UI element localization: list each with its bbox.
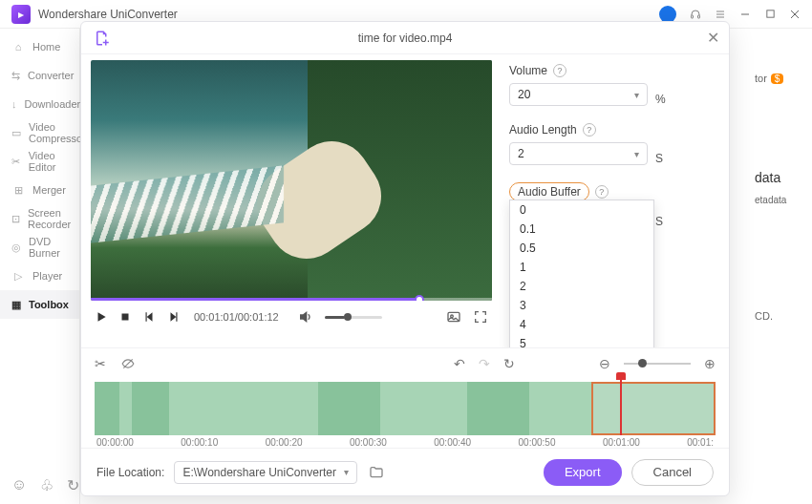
window-close-button[interactable] bbox=[789, 9, 801, 20]
sidebar-item-label: Player bbox=[32, 270, 62, 282]
modal-title: time for video.mp4 bbox=[358, 32, 453, 45]
next-button[interactable] bbox=[167, 310, 181, 324]
playback-time: 00:01:01/00:01:12 bbox=[194, 311, 279, 323]
peek-sub: etadata bbox=[755, 195, 802, 205]
audio-length-select[interactable]: 2▾ bbox=[509, 142, 648, 165]
sidebar-item-label: Downloader bbox=[25, 98, 81, 110]
video-progress[interactable] bbox=[91, 298, 492, 301]
file-location-label: File Location: bbox=[96, 466, 164, 479]
window-minimize-button[interactable] bbox=[739, 9, 751, 20]
merge-icon: ⊞ bbox=[11, 183, 25, 197]
svg-rect-6 bbox=[766, 10, 773, 17]
stop-button[interactable] bbox=[119, 311, 131, 323]
redo-icon[interactable]: ↷ bbox=[479, 356, 490, 371]
timeline-ruler: 00:00:00 00:00:10 00:00:20 00:00:30 00:0… bbox=[95, 437, 716, 448]
file-location-select[interactable]: E:\Wondershare UniConverter ▾ bbox=[174, 461, 357, 484]
refresh-icon[interactable]: ↻ bbox=[67, 476, 79, 494]
window-maximize-button[interactable] bbox=[764, 9, 776, 20]
audio-buffer-unit: S bbox=[655, 215, 663, 228]
open-folder-icon[interactable] bbox=[367, 463, 386, 482]
audio-length-label: Audio Length bbox=[509, 123, 577, 136]
zoom-out-icon[interactable]: ⊖ bbox=[599, 356, 610, 371]
undo-icon[interactable]: ↶ bbox=[454, 356, 465, 371]
sidebar-item-label: Toolbox bbox=[29, 299, 69, 310]
grid-icon: ▦ bbox=[11, 298, 21, 311]
sidebar-item-dvd[interactable]: ◎DVD Burner bbox=[0, 233, 79, 262]
headset-icon[interactable] bbox=[690, 9, 701, 20]
cancel-button[interactable]: Cancel bbox=[631, 459, 714, 486]
menu-icon[interactable] bbox=[715, 9, 726, 20]
help-icon[interactable]: ? bbox=[595, 185, 609, 199]
play-icon: ▷ bbox=[11, 269, 25, 283]
audio-length-unit: S bbox=[655, 152, 663, 165]
add-file-icon[interactable] bbox=[93, 29, 112, 48]
app-logo-icon: ▸ bbox=[11, 5, 31, 24]
dropdown-option[interactable]: 0.1 bbox=[510, 220, 653, 239]
sidebar-item-editor[interactable]: ✂Video Editor bbox=[0, 147, 79, 176]
sidebar-item-label: Screen Recorder bbox=[28, 207, 71, 230]
volume-unit: % bbox=[655, 93, 666, 106]
peek-text: tor bbox=[755, 73, 767, 84]
volume-icon[interactable] bbox=[298, 309, 313, 325]
video-preview[interactable] bbox=[91, 60, 492, 301]
dropdown-option[interactable]: 0 bbox=[510, 200, 653, 220]
background-panel: tor$ data etadata CD. bbox=[745, 63, 812, 331]
prev-button[interactable] bbox=[142, 310, 156, 324]
sidebar-item-label: Home bbox=[32, 41, 60, 52]
volume-slider[interactable] bbox=[325, 316, 382, 319]
peek-cd: CD. bbox=[755, 310, 802, 322]
volume-label: Volume bbox=[509, 64, 547, 77]
timeline[interactable] bbox=[95, 382, 716, 435]
modal-footer: File Location: E:\Wondershare UniConvert… bbox=[81, 448, 729, 495]
svg-rect-1 bbox=[698, 15, 700, 18]
sidebar-item-label: Converter bbox=[28, 70, 74, 81]
sidebar-item-home[interactable]: ⌂Home bbox=[0, 32, 79, 61]
export-button[interactable]: Export bbox=[544, 459, 622, 486]
sidebar-item-downloader[interactable]: ↓Downloader bbox=[0, 90, 79, 118]
sidebar: ⌂Home ⇆Converter ↓Downloader ▭Video Comp… bbox=[0, 29, 80, 504]
sidebar-item-player[interactable]: ▷Player bbox=[0, 262, 79, 290]
editor-modal: time for video.mp4 ✕ 00:01:01/00:01:12 bbox=[80, 21, 730, 496]
sidebar-item-label: Video Compressor bbox=[29, 121, 86, 144]
home-icon: ⌂ bbox=[11, 40, 25, 53]
sidebar-item-label: Merger bbox=[32, 184, 66, 196]
dropdown-option[interactable]: 3 bbox=[510, 296, 653, 315]
timeline-tools: ✂ ↶ ↷ ↻ ⊖ ⊕ bbox=[81, 347, 729, 378]
dropdown-option[interactable]: 5 bbox=[510, 334, 653, 347]
timeline-selection[interactable] bbox=[591, 382, 716, 435]
zoom-in-icon[interactable]: ⊕ bbox=[704, 356, 716, 371]
help-icon[interactable]: ? bbox=[553, 64, 566, 77]
dropdown-option[interactable]: 0.5 bbox=[510, 239, 653, 258]
modal-header: time for video.mp4 ✕ bbox=[81, 22, 729, 54]
dollar-badge: $ bbox=[771, 74, 784, 84]
dropdown-option[interactable]: 4 bbox=[510, 315, 653, 334]
playhead[interactable] bbox=[620, 376, 622, 435]
help-icon[interactable]: ? bbox=[583, 123, 596, 136]
dropdown-option[interactable]: 1 bbox=[510, 258, 653, 277]
sidebar-item-recorder[interactable]: ⊡Screen Recorder bbox=[0, 204, 79, 233]
download-icon: ↓ bbox=[11, 97, 17, 111]
zoom-slider[interactable] bbox=[624, 363, 691, 365]
volume-select[interactable]: 20▾ bbox=[509, 83, 648, 106]
hide-icon[interactable] bbox=[119, 357, 137, 370]
cut-icon[interactable]: ✂ bbox=[95, 356, 106, 371]
dropdown-option[interactable]: 2 bbox=[510, 277, 653, 296]
avatar[interactable] bbox=[659, 6, 676, 23]
reset-icon[interactable]: ↻ bbox=[503, 356, 515, 371]
sidebar-item-converter[interactable]: ⇆Converter bbox=[0, 61, 79, 90]
fullscreen-icon[interactable] bbox=[473, 309, 488, 325]
sidebar-item-toolbox[interactable]: ▦Toolbox bbox=[0, 290, 79, 319]
audio-buffer-label: Audio Buffer bbox=[518, 185, 581, 199]
record-icon: ⊡ bbox=[11, 212, 20, 225]
close-icon[interactable]: ✕ bbox=[707, 29, 719, 47]
sidebar-item-compressor[interactable]: ▭Video Compressor bbox=[0, 118, 79, 147]
audio-buffer-dropdown: 0 0.1 0.5 1 2 3 4 5 bbox=[509, 200, 654, 347]
sidebar-item-merger[interactable]: ⊞Merger bbox=[0, 176, 79, 204]
scissors-icon: ✂ bbox=[11, 155, 21, 168]
snapshot-icon[interactable] bbox=[446, 309, 461, 325]
feedback-icon[interactable]: ☺ bbox=[11, 476, 27, 494]
svg-rect-0 bbox=[692, 15, 694, 18]
sidebar-item-label: Video Editor bbox=[29, 150, 68, 173]
notification-icon[interactable]: ♧ bbox=[40, 476, 53, 494]
play-button[interactable] bbox=[95, 310, 108, 324]
